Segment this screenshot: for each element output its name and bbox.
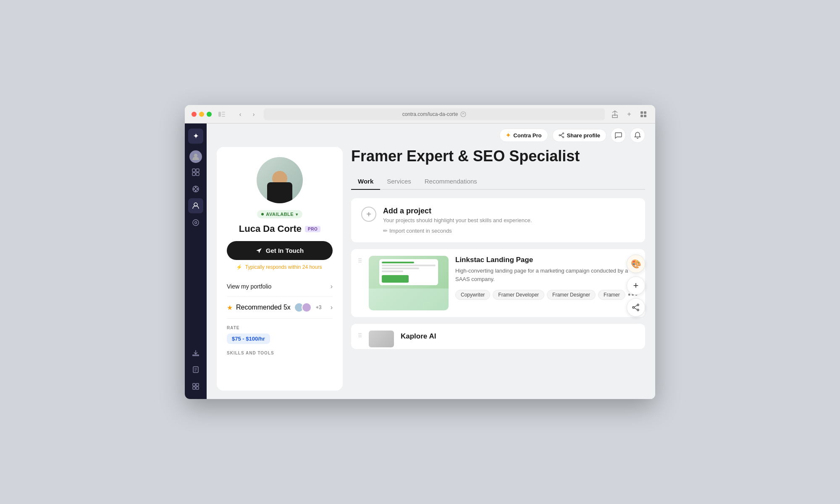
sidebar-item-grid[interactable] — [188, 379, 203, 394]
browser-actions: + — [610, 109, 648, 119]
svg-point-16 — [195, 186, 197, 188]
svg-rect-2 — [222, 114, 225, 115]
floating-buttons: 🎨 + — [627, 255, 645, 317]
add-project-subtitle: Your projects should highlight your best… — [383, 217, 635, 223]
share-nodes-icon — [632, 304, 640, 311]
palette-button[interactable]: 🎨 — [627, 255, 645, 273]
project-info-linkstac: Linkstac Landing Page High-converting la… — [455, 256, 638, 310]
tab-work[interactable]: Work — [351, 173, 380, 190]
work-panel: Framer Expert & SEO Specialist Work Serv… — [351, 147, 645, 391]
svg-rect-23 — [196, 383, 199, 386]
rate-value: $75 - $100/hr — [227, 333, 270, 344]
profile-card: AVAILABLE ▾ Luca Da Corte PRO Get In Tou… — [217, 147, 343, 391]
tab-services[interactable]: Services — [380, 173, 418, 190]
rec-avatar-2 — [302, 302, 312, 312]
sidebar-item-dashboard[interactable] — [188, 165, 203, 180]
drag-handle-icon[interactable]: ⠿ — [358, 256, 362, 310]
svg-point-14 — [193, 188, 195, 190]
recommendations-row: ★ Recommended 5x +3 — [227, 302, 322, 312]
messages-button[interactable] — [611, 128, 626, 143]
add-floating-button[interactable]: + — [627, 276, 645, 295]
availability-chevron: ▾ — [296, 212, 298, 217]
svg-point-28 — [562, 136, 564, 138]
rate-section: RATE $75 - $100/hr — [227, 326, 333, 344]
svg-rect-3 — [222, 116, 225, 117]
share-floating-button[interactable] — [627, 298, 645, 317]
rec-count: +3 — [316, 304, 322, 310]
minimize-button[interactable] — [199, 112, 204, 117]
sidebar-item-explore[interactable] — [188, 215, 203, 230]
sidebar-avatar[interactable] — [189, 150, 202, 163]
new-tab-icon[interactable]: + — [624, 109, 634, 119]
thumb-line-2 — [382, 265, 435, 266]
avatar-body — [267, 182, 292, 203]
main-content: ✦ Contra Pro Share profile — [207, 123, 655, 399]
project-thumbnail-kaplore — [369, 331, 394, 347]
import-icon: ✏ — [383, 228, 388, 234]
tab-recommendations[interactable]: Recommendations — [418, 173, 484, 190]
svg-rect-7 — [644, 115, 646, 117]
tag-copywriter: Copywriter — [455, 290, 490, 300]
project-thumbnail-linkstac — [369, 256, 449, 310]
share-profile-button[interactable]: Share profile — [552, 129, 606, 142]
svg-rect-5 — [644, 111, 646, 114]
recommendations-chevron-icon: › — [331, 304, 333, 311]
thumbnail-mockup — [379, 259, 438, 285]
share-icon[interactable] — [610, 109, 620, 119]
back-button[interactable]: ‹ — [235, 109, 245, 119]
available-dot — [261, 213, 264, 215]
svg-point-15 — [197, 188, 198, 190]
star-icon: ★ — [227, 304, 233, 312]
palette-icon: 🎨 — [631, 259, 641, 269]
browser-chrome: ‹ › contra.com/luca-da-corte + — [185, 105, 655, 123]
drag-handle-icon-2[interactable]: ⠿ — [358, 331, 362, 342]
maximize-button[interactable] — [207, 112, 212, 117]
add-project-button[interactable]: + — [361, 207, 376, 222]
add-project-title: Add a project — [383, 207, 635, 215]
sidebar-item-download[interactable] — [188, 345, 203, 360]
recommendations-link[interactable]: ★ Recommended 5x +3 › — [227, 297, 333, 319]
portfolio-link[interactable]: View my portfolio › — [227, 277, 333, 297]
grid-icon[interactable] — [638, 109, 648, 119]
project-tags-linkstac: Copywriter Framer Developer Framer Desig… — [455, 290, 638, 300]
top-nav: ✦ Contra Pro Share profile — [207, 123, 655, 147]
tag-framer-designer: Framer Designer — [547, 290, 596, 300]
get-in-touch-button[interactable]: Get In Touch — [227, 241, 333, 260]
portfolio-chevron-icon: › — [331, 283, 333, 290]
address-text: contra.com/luca-da-corte — [402, 111, 458, 117]
add-project-text: Add a project Your projects should highl… — [383, 207, 635, 234]
svg-rect-11 — [192, 173, 195, 176]
svg-rect-25 — [196, 387, 199, 389]
contra-pro-button[interactable]: ✦ Contra Pro — [499, 129, 548, 142]
browser-nav: ‹ › — [235, 109, 259, 119]
svg-point-27 — [559, 135, 560, 136]
project-title-kaplore: Kaplore AI — [401, 331, 638, 341]
sidebar-toggle-icon[interactable] — [217, 109, 227, 119]
browser-window: ‹ › contra.com/luca-da-corte + — [185, 105, 655, 399]
thumb-line-4 — [382, 270, 403, 272]
svg-rect-22 — [193, 383, 195, 386]
sidebar-item-profile[interactable] — [188, 198, 203, 213]
response-time: ⚡ Typically responds within 24 hours — [227, 264, 333, 270]
svg-point-19 — [193, 220, 199, 226]
close-button[interactable] — [192, 112, 197, 117]
svg-point-30 — [633, 307, 634, 308]
app-layout: ✦ — [185, 123, 655, 399]
project-info-kaplore: Kaplore AI — [401, 331, 638, 342]
notifications-button[interactable] — [630, 128, 645, 143]
forward-button[interactable]: › — [249, 109, 259, 119]
address-bar[interactable]: contra.com/luca-da-corte — [264, 108, 605, 120]
thumb-line-1 — [382, 262, 414, 263]
avatar — [257, 157, 303, 203]
sidebar-logo[interactable]: ✦ — [188, 129, 203, 144]
work-tabs: Work Services Recommendations — [351, 173, 645, 190]
project-card-linkstac: ⠿ — [351, 249, 645, 317]
svg-point-26 — [562, 133, 564, 134]
avatar-container — [227, 157, 333, 203]
rate-label: RATE — [227, 326, 333, 330]
import-link[interactable]: ✏ Import content in seconds — [383, 228, 635, 234]
svg-rect-12 — [196, 173, 199, 176]
sidebar-item-documents[interactable] — [188, 362, 203, 377]
svg-point-29 — [637, 304, 639, 306]
sidebar-item-design[interactable] — [188, 181, 203, 197]
